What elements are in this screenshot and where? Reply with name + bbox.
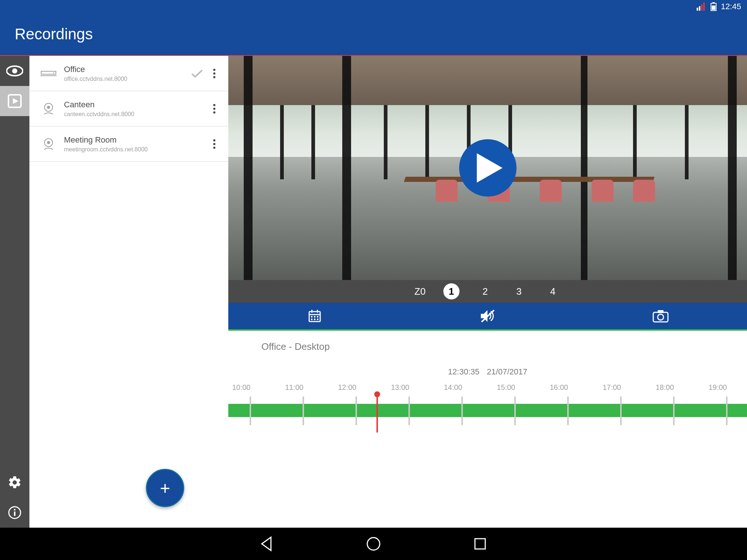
timeline-tick-line <box>250 396 251 425</box>
timeline-tick-label: 13:00 <box>391 383 409 392</box>
svg-rect-13 <box>14 509 15 510</box>
timeline-tick-label: 16:00 <box>550 383 568 392</box>
status-bar: 12:45 <box>0 0 747 13</box>
calendar-button[interactable] <box>300 306 329 326</box>
svg-marker-10 <box>13 98 18 104</box>
timeline-pane: Office - Desktop 12:30:35 21/07/2017 10:… <box>228 331 747 528</box>
play-button[interactable] <box>459 139 517 197</box>
timeline-tick: 15:00 <box>515 383 515 431</box>
svg-rect-37 <box>317 316 318 317</box>
nav-settings[interactable] <box>0 467 29 498</box>
svg-point-8 <box>12 68 17 73</box>
timeline-timestamp: 12:30:35 21/07/2017 <box>228 367 747 377</box>
timeline-tick: 19:00 <box>727 383 727 431</box>
plus-icon: + <box>160 478 170 498</box>
timeline-tick: 11:00 <box>303 383 304 431</box>
timeline-title: Office - Desktop <box>228 341 747 352</box>
back-button[interactable] <box>254 531 280 557</box>
timeline-playhead[interactable] <box>376 392 378 432</box>
svg-point-22 <box>213 104 215 106</box>
timeline-tick-line <box>673 396 675 425</box>
camera-name: Meeting Room <box>64 135 188 145</box>
camera-item-office[interactable]: Office office.cctvddns.net.8000 <box>29 56 228 91</box>
timeline-tick-line <box>303 396 304 425</box>
nav-live-view[interactable] <box>0 56 29 86</box>
tool-bar <box>228 303 747 331</box>
timeline-tick: 14:00 <box>462 383 462 431</box>
svg-rect-3 <box>703 3 705 11</box>
svg-rect-12 <box>14 511 15 516</box>
camera-item-meeting-room[interactable]: Meeting Room meetingroom.cctvddns.net.80… <box>29 126 228 162</box>
camera-item-canteen[interactable]: Canteen canteen.cctvddns.net.8000 <box>29 91 228 126</box>
svg-rect-36 <box>314 316 315 317</box>
timeline-tick-label: 15:00 <box>497 383 515 392</box>
svg-rect-6 <box>712 6 715 10</box>
svg-point-27 <box>213 139 215 141</box>
mute-button[interactable] <box>473 306 502 326</box>
zoom-level-4[interactable]: 4 <box>545 283 561 299</box>
signal-icon <box>697 3 706 11</box>
main-panel: Z0 1 2 3 4 <box>228 56 747 528</box>
timeline-tick: 13:00 <box>409 383 410 431</box>
camera-name: Canteen <box>64 100 188 110</box>
timeline-tick: 16:00 <box>568 383 568 431</box>
more-button[interactable] <box>206 104 222 114</box>
timeline-tick-line <box>355 396 357 425</box>
zoom-level-1[interactable]: 1 <box>443 283 460 299</box>
svg-rect-48 <box>475 539 485 549</box>
svg-point-16 <box>53 72 54 73</box>
timeline-tick-line <box>408 396 410 425</box>
svg-rect-1 <box>699 6 700 11</box>
svg-point-28 <box>213 143 215 145</box>
timeline-tick-label: 18:00 <box>655 383 674 392</box>
snapshot-button[interactable] <box>646 306 675 326</box>
timeline-tick-label: 10:00 <box>232 383 250 392</box>
nav-rail <box>0 56 29 528</box>
app-bar: Recordings <box>0 13 747 56</box>
nav-recordings[interactable] <box>0 86 29 116</box>
timeline-tick-label: 11:00 <box>285 383 303 392</box>
timeline-date: 21/07/2017 <box>487 367 527 376</box>
add-camera-fab[interactable]: + <box>146 469 184 507</box>
webcam-icon <box>37 138 60 150</box>
svg-point-47 <box>367 538 380 550</box>
more-button[interactable] <box>206 139 222 149</box>
check-icon <box>188 69 206 78</box>
timeline-tick: 17:00 <box>621 383 621 431</box>
zoom-level-3[interactable]: 3 <box>511 283 527 299</box>
svg-rect-2 <box>701 4 703 11</box>
svg-rect-39 <box>314 319 315 320</box>
zoom-level-2[interactable]: 2 <box>477 283 493 299</box>
timeline-tick-label: 14:00 <box>444 383 462 392</box>
timeline-tick-label: 12:00 <box>338 383 356 392</box>
timeline-tick: 10:00 <box>250 383 251 431</box>
battery-icon <box>711 2 716 11</box>
svg-point-23 <box>213 108 215 110</box>
svg-point-45 <box>658 314 664 320</box>
timeline-tick-line <box>620 396 622 425</box>
timeline-ruler[interactable]: 10:0011:0012:0013:0014:0015:0016:0017:00… <box>228 383 747 431</box>
timeline-tick-line <box>461 396 463 425</box>
page-title: Recordings <box>15 25 93 43</box>
svg-rect-40 <box>317 319 318 320</box>
svg-point-29 <box>213 147 215 149</box>
svg-marker-46 <box>262 537 271 550</box>
svg-point-26 <box>47 141 50 144</box>
camera-name: Office <box>64 65 188 74</box>
nav-info[interactable] <box>0 498 29 528</box>
svg-rect-0 <box>697 8 698 11</box>
svg-point-18 <box>213 72 215 75</box>
recents-button[interactable] <box>467 531 493 557</box>
svg-point-24 <box>213 111 215 114</box>
timeline-tick-label: 17:00 <box>603 383 621 392</box>
svg-point-21 <box>47 106 50 109</box>
more-button[interactable] <box>206 68 222 79</box>
svg-point-19 <box>213 76 215 78</box>
timeline-tick-line <box>726 396 728 425</box>
svg-rect-44 <box>658 310 664 313</box>
timeline-tick: 12:00 <box>356 383 357 431</box>
camera-host: canteen.cctvddns.net.8000 <box>64 111 188 118</box>
video-preview[interactable] <box>228 56 747 280</box>
home-button[interactable] <box>361 531 386 557</box>
camera-host: office.cctvddns.net.8000 <box>64 76 188 82</box>
